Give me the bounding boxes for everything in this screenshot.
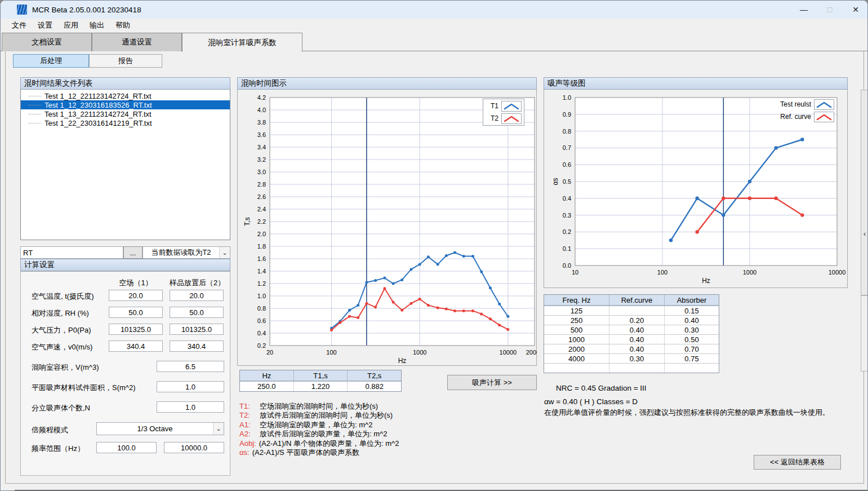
splitter-strip[interactable] bbox=[861, 295, 868, 371]
grade-cell: 1000 bbox=[544, 335, 609, 344]
grade-cell: 250 bbox=[544, 316, 609, 325]
menu-item-file[interactable]: 文件 bbox=[6, 19, 32, 32]
svg-text:0.8: 0.8 bbox=[563, 128, 571, 135]
app-icon bbox=[17, 5, 27, 15]
minimize-icon[interactable]: — bbox=[791, 1, 817, 19]
pressure-sample-input[interactable] bbox=[170, 324, 224, 335]
temp-label: 空气温度, t(摄氏度) bbox=[32, 291, 94, 302]
file-list-panel-title: 混时间结果文件列表 bbox=[20, 77, 230, 90]
file-list-item[interactable]: Test 1_12_221123142724_RT.txt bbox=[21, 91, 230, 100]
file-list-item[interactable]: Test 1_22_230316141219_RT.txt bbox=[21, 118, 230, 127]
col1-header: 空场（1） bbox=[109, 278, 163, 288]
octave-mode-combo[interactable]: 1/3 Octave ⌄ bbox=[96, 422, 224, 435]
menu-bar: 文件 设置 应用 输出 帮助 bbox=[1, 19, 868, 32]
curve-icon bbox=[814, 99, 834, 110]
svg-text:10000: 10000 bbox=[500, 349, 517, 356]
svg-text:0.4: 0.4 bbox=[257, 330, 266, 337]
subtab-report[interactable]: 报告 bbox=[89, 54, 162, 68]
svg-text:2.6: 2.6 bbox=[257, 193, 266, 200]
svg-text:4.2: 4.2 bbox=[257, 94, 266, 101]
aw-result: αw = 0.40 ( H ) Classes = D bbox=[544, 397, 638, 406]
grade-cell: 0.40 bbox=[609, 335, 665, 344]
freq-min-input[interactable] bbox=[96, 442, 157, 453]
curve-icon bbox=[501, 113, 522, 124]
svg-text:0.6: 0.6 bbox=[257, 317, 266, 324]
grade-cell: 0.40 bbox=[609, 344, 665, 353]
back-to-results-button[interactable]: << 返回结果表格 bbox=[754, 455, 841, 470]
svg-text:0.6: 0.6 bbox=[563, 161, 571, 168]
svg-text:10: 10 bbox=[572, 269, 578, 276]
svg-text:1000: 1000 bbox=[413, 349, 426, 356]
grade-table-header: Ref.curve bbox=[609, 295, 665, 305]
absorption-calc-button[interactable]: 吸声计算 >> bbox=[447, 375, 537, 390]
close-icon[interactable]: ✕ bbox=[843, 1, 868, 19]
sound-speed-sample-input[interactable] bbox=[170, 340, 224, 352]
pressure-label: 大气压力，P0(Pa) bbox=[32, 325, 91, 335]
grade-table[interactable]: Freq. Hz Ref.curve Absorber 1250.15 2500… bbox=[544, 294, 719, 373]
volume-label: 混响室容积，V(m^3) bbox=[32, 362, 99, 373]
file-list-item[interactable]: Test 1_13_221123142724_RT.txt bbox=[21, 109, 230, 118]
collapse-handle[interactable]: ‹ bbox=[861, 90, 868, 295]
svg-text:Hz: Hz bbox=[398, 357, 407, 365]
freq-max-input[interactable] bbox=[164, 442, 224, 453]
app-window: MCR Beta 2.05.0.001 20230418 — □ ✕ 文件 设置… bbox=[0, 0, 868, 491]
rt-chart-legend: T1 T2 bbox=[483, 99, 524, 126]
humidity-sample-input[interactable] bbox=[170, 307, 224, 318]
svg-text:20000: 20000 bbox=[526, 349, 537, 356]
curve-icon bbox=[814, 112, 834, 122]
grade-cell bbox=[609, 306, 665, 315]
svg-text:1.0: 1.0 bbox=[563, 94, 571, 101]
subtab-postprocess[interactable]: 后处理 bbox=[13, 54, 89, 68]
grade-cell: 0.50 bbox=[665, 335, 719, 344]
grade-cell: 0.75 bbox=[665, 354, 719, 363]
svg-text:1.0: 1.0 bbox=[257, 293, 266, 299]
file-list-item[interactable]: Test 1_12_230316183526_RT.txt bbox=[21, 100, 230, 109]
annotation-key: Aobj: bbox=[239, 439, 256, 448]
rt-name-input[interactable] bbox=[20, 246, 123, 259]
annotation-key: T1: bbox=[239, 402, 260, 411]
svg-text:0.7: 0.7 bbox=[563, 144, 571, 151]
grade-cell bbox=[544, 364, 609, 373]
svg-text:2.0: 2.0 bbox=[257, 231, 266, 237]
menu-item-settings[interactable]: 设置 bbox=[32, 19, 58, 32]
menu-item-output[interactable]: 输出 bbox=[84, 19, 110, 32]
svg-text:1.8: 1.8 bbox=[257, 243, 266, 250]
svg-text:0.0: 0.0 bbox=[563, 262, 571, 269]
temp-sample-input[interactable] bbox=[170, 290, 224, 301]
temp-empty-input[interactable] bbox=[109, 290, 163, 301]
grade-cell: 2000 bbox=[544, 344, 609, 353]
legend-label-test-result: Test reulst bbox=[780, 100, 811, 108]
grade-cell bbox=[665, 364, 719, 373]
maximize-icon[interactable]: □ bbox=[817, 1, 843, 19]
grade-cell: 0.40 bbox=[665, 316, 719, 325]
data-mode-combo[interactable]: 当前数据读取为T2 ⌄ bbox=[143, 246, 230, 259]
tab-channel-settings[interactable]: 通道设置 bbox=[92, 33, 182, 51]
tab-strip: 文档设置 通道设置 混响室计算吸声系数 bbox=[1, 33, 868, 51]
humidity-empty-input[interactable] bbox=[109, 307, 163, 318]
pressure-empty-input[interactable] bbox=[109, 324, 163, 335]
browse-button[interactable]: ... bbox=[123, 246, 143, 259]
tab-document-settings[interactable]: 文档设置 bbox=[2, 33, 92, 51]
rt-table-cell: 250.0 bbox=[240, 382, 294, 391]
svg-text:0.9: 0.9 bbox=[563, 111, 571, 118]
grade-cell: 0.30 bbox=[665, 325, 719, 334]
svg-text:20: 20 bbox=[266, 349, 273, 356]
file-list[interactable]: Test 1_12_221123142724_RT.txt Test 1_12_… bbox=[20, 90, 230, 240]
freq-range-label: 频率范围（Hz） bbox=[32, 444, 84, 454]
sample-area-label: 平面吸声材料试件面积，S(m^2) bbox=[32, 383, 136, 393]
svg-text:2.4: 2.4 bbox=[257, 206, 266, 213]
volume-input[interactable] bbox=[157, 361, 224, 372]
tab-reverb-room-absorption[interactable]: 混响室计算吸声系数 bbox=[182, 33, 302, 52]
svg-text:0.8: 0.8 bbox=[257, 305, 266, 312]
sound-speed-empty-input[interactable] bbox=[109, 340, 163, 352]
svg-text:0.2: 0.2 bbox=[257, 342, 266, 349]
menu-item-help[interactable]: 帮助 bbox=[110, 19, 136, 32]
sample-area-input[interactable] bbox=[157, 381, 224, 392]
menu-item-apply[interactable]: 应用 bbox=[58, 19, 84, 32]
absorber-count-input[interactable] bbox=[157, 401, 224, 413]
rt-chart[interactable]: 0.20.40.60.81.01.21.41.61.82.02.22.42.62… bbox=[237, 91, 537, 366]
annotation-key: A1: bbox=[239, 421, 260, 430]
svg-text:1.4: 1.4 bbox=[257, 268, 266, 275]
annotation-text: 空场混响室的混响时间，单位为秒(s) bbox=[260, 402, 378, 410]
svg-text:1.6: 1.6 bbox=[257, 255, 266, 262]
